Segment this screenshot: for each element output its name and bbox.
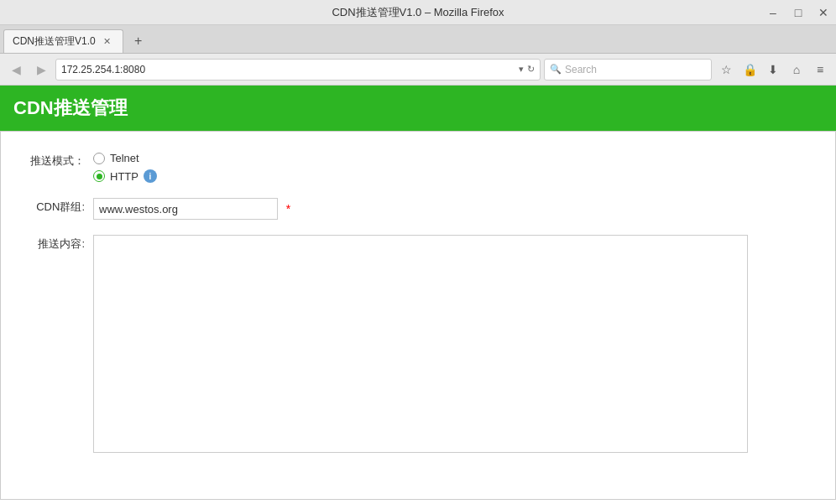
footer-area: 确认提交 http://blog.csdn.net/Sunny_Future	[0, 500, 836, 504]
search-box[interactable]: 🔍 Search	[544, 59, 712, 81]
cdn-group-input[interactable]	[93, 198, 278, 220]
bookmark-star-button[interactable]: ☆	[715, 59, 737, 81]
url-text: 172.25.254.1:8080	[61, 64, 515, 75]
browser-tab[interactable]: CDN推送管理V1.0 ✕	[3, 29, 123, 53]
push-mode-row: 推送模式： Telnet HTTP i	[18, 152, 818, 183]
required-indicator: *	[286, 202, 290, 216]
tab-label: CDN推送管理V1.0	[13, 34, 96, 49]
radio-http-button[interactable]	[93, 170, 105, 182]
window-controls: – □ ✕	[760, 0, 836, 25]
browser-window: CDN推送管理V1.0 – Mozilla Firefox – □ ✕ CDN推…	[0, 0, 836, 504]
tab-bar: CDN推送管理V1.0 ✕ +	[0, 25, 836, 54]
toolbar-icons: ☆ 🔒 ⬇ ⌂ ≡	[715, 59, 831, 81]
radio-http-label: HTTP	[110, 170, 138, 183]
window-title: CDN推送管理V1.0 – Mozilla Firefox	[332, 5, 504, 20]
back-button[interactable]: ◀	[5, 59, 27, 81]
push-content-textarea[interactable]	[93, 235, 748, 453]
forward-button[interactable]: ▶	[30, 59, 52, 81]
tab-close-button[interactable]: ✕	[101, 35, 114, 49]
minimize-button[interactable]: –	[760, 0, 786, 25]
radio-telnet-button[interactable]	[93, 153, 105, 164]
url-bar[interactable]: 172.25.254.1:8080 ▾ ↻	[55, 59, 541, 81]
cdn-group-row: CDN群组: *	[18, 198, 818, 220]
cdn-group-field: *	[93, 198, 818, 220]
page-header: CDN推送管理	[0, 86, 836, 131]
lock-icon-button[interactable]: 🔒	[739, 59, 760, 81]
menu-button[interactable]: ≡	[809, 59, 831, 81]
radio-http-item[interactable]: HTTP i	[93, 169, 818, 183]
http-info-icon[interactable]: i	[144, 169, 157, 183]
page-title: CDN推送管理	[13, 96, 128, 121]
address-bar: ◀ ▶ 172.25.254.1:8080 ▾ ↻ 🔍 Search ☆ 🔒 ⬇…	[0, 54, 836, 86]
cdn-group-label: CDN群组:	[18, 198, 85, 215]
close-button[interactable]: ✕	[811, 0, 836, 25]
new-tab-button[interactable]: +	[127, 29, 150, 53]
url-dropdown-arrow[interactable]: ▾	[519, 64, 524, 75]
maximize-button[interactable]: □	[786, 0, 811, 25]
radio-telnet-item[interactable]: Telnet	[93, 152, 818, 164]
reload-button[interactable]: ↻	[527, 64, 535, 75]
push-content-field	[93, 235, 818, 455]
push-content-label: 推送内容:	[18, 235, 85, 252]
home-button[interactable]: ⌂	[786, 59, 807, 81]
radio-telnet-label: Telnet	[110, 152, 139, 164]
push-mode-field: Telnet HTTP i	[93, 152, 818, 183]
title-bar: CDN推送管理V1.0 – Mozilla Firefox – □ ✕	[0, 0, 836, 25]
search-placeholder: Search	[565, 64, 597, 75]
download-button[interactable]: ⬇	[762, 59, 784, 81]
push-content-row: 推送内容:	[18, 235, 818, 455]
search-icon: 🔍	[550, 64, 562, 75]
main-content: 推送模式： Telnet HTTP i CDN群组: *	[0, 131, 836, 500]
push-mode-label: 推送模式：	[18, 152, 85, 169]
